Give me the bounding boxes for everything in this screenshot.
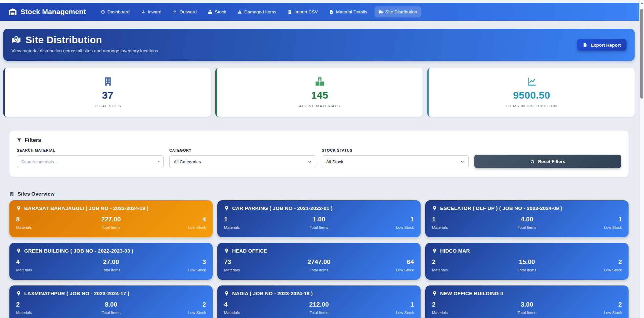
- site-card-hidco-mar[interactable]: HIDCO MAR 2 Materials 15.00 Total Items …: [425, 243, 629, 280]
- stock-status-select[interactable]: All Stock: [322, 155, 469, 168]
- site-materials-count: 2: [432, 301, 495, 308]
- nav-item-import-csv[interactable]: Import CSV: [284, 6, 322, 17]
- stock-status-selected-value: All Stock: [326, 159, 343, 164]
- stat-value: 145: [311, 90, 328, 101]
- site-name: NEW OFFICE BUILDING II: [440, 290, 503, 296]
- nav-item-inward[interactable]: Inward: [137, 6, 166, 17]
- site-total-items: 1.00: [287, 216, 350, 223]
- site-low-stock-label: Low Stock: [351, 225, 414, 229]
- brand[interactable]: Stock Management: [9, 8, 86, 16]
- site-materials-label: Materials: [432, 311, 495, 315]
- site-low-stock: 4: [143, 216, 206, 223]
- site-name: HEAD OFFICE: [232, 248, 267, 254]
- warning-icon: [238, 10, 242, 14]
- clipboard-icon: [329, 10, 334, 14]
- stat-label: TOTAL SITES: [94, 104, 121, 108]
- arrow-down-icon: [141, 10, 145, 14]
- nav-item-stock[interactable]: Stock: [204, 6, 230, 17]
- site-card-nadia-job-no-2023-2024-18[interactable]: NADIA ( JOB NO - 2023-2024-18 ) 4 Materi…: [217, 285, 421, 318]
- site-name: NADIA ( JOB NO - 2023-2024-18 ): [232, 290, 313, 296]
- site-materials-label: Materials: [432, 268, 495, 272]
- site-total-items-label: Total Items: [287, 225, 350, 229]
- summary-stats-row: 37 TOTAL SITES 145 ACTIVE MATERIALS 9500…: [3, 68, 635, 117]
- location-pin-icon: [224, 206, 229, 211]
- category-selected-value: All Categories: [174, 159, 201, 164]
- site-low-stock-label: Low Stock: [559, 311, 622, 315]
- file-import-icon: [288, 10, 292, 14]
- filters-panel: Filters SEARCH MATERIAL CATEGORY All Cat…: [9, 130, 629, 177]
- site-materials-label: Materials: [16, 225, 79, 229]
- stat-label: ITEMS IN DISTRIBUTION: [506, 104, 557, 108]
- site-total-items-label: Total Items: [79, 225, 142, 229]
- site-low-stock-label: Low Stock: [143, 311, 206, 315]
- site-name: GREEN BUILDING ( JOB NO - 2022-2023-03 ): [24, 248, 133, 254]
- site-materials-count: 73: [224, 258, 287, 266]
- category-select[interactable]: All Categories: [169, 155, 316, 168]
- site-card-new-office-building-ii[interactable]: NEW OFFICE BUILDING II 2 Materials 3.00 …: [425, 285, 629, 318]
- site-low-stock: 2: [559, 258, 622, 266]
- export-report-label: Export Report: [591, 42, 621, 47]
- boxes-icon: [208, 10, 212, 14]
- reset-filters-label: Reset Filters: [538, 159, 565, 164]
- map-location-icon: [11, 35, 21, 45]
- site-card-escelator-dlf-up-job-no-2023-2024-09[interactable]: ESCELATOR ( DLF UP ) ( JOB NO - 2023-202…: [425, 200, 629, 237]
- vertical-scrollbar[interactable]: [639, 0, 644, 318]
- site-materials-label: Materials: [224, 268, 287, 272]
- site-name: LAXMINATHPUR ( JOB NO - 2023-2024-17 ): [24, 290, 129, 296]
- nav-item-damaged-items[interactable]: Damaged Items: [233, 6, 280, 17]
- site-card-green-building-job-no-2022-2023-03[interactable]: GREEN BUILDING ( JOB NO - 2022-2023-03 )…: [9, 243, 213, 280]
- site-materials-count: 1: [224, 216, 287, 223]
- site-card-head-office[interactable]: HEAD OFFICE 73 Materials 2747.00 Total I…: [217, 243, 421, 280]
- stat-value: 37: [102, 90, 114, 101]
- site-total-items: 8.00: [79, 301, 142, 308]
- site-materials-count: 2: [432, 258, 495, 266]
- site-materials-label: Materials: [224, 311, 287, 315]
- site-materials-label: Materials: [16, 268, 79, 272]
- export-report-button[interactable]: Export Report: [577, 39, 627, 51]
- search-material-input[interactable]: [17, 155, 164, 168]
- site-materials-label: Materials: [16, 311, 79, 315]
- site-total-items: 27.00: [79, 258, 142, 266]
- site-card-laxminathpur-job-no-2023-2024-17[interactable]: LAXMINATHPUR ( JOB NO - 2023-2024-17 ) 2…: [9, 285, 213, 318]
- stock-status-label: STOCK STATUS: [322, 148, 469, 152]
- site-materials-label: Materials: [432, 225, 495, 229]
- site-low-stock-label: Low Stock: [351, 311, 414, 315]
- brand-title: Stock Management: [20, 8, 86, 16]
- rotate-left-icon: [530, 159, 535, 164]
- chevron-down-icon: [308, 160, 312, 164]
- truck-icon: [379, 10, 383, 14]
- sites-overview-title: Sites Overview: [17, 191, 54, 197]
- page-header-banner: Site Distribution View material distribu…: [3, 29, 635, 61]
- site-total-items-label: Total Items: [495, 225, 558, 229]
- location-pin-icon: [432, 291, 437, 296]
- location-pin-icon: [432, 206, 437, 211]
- reset-filters-button[interactable]: Reset Filters: [474, 155, 621, 168]
- stat-value: 9500.50: [513, 90, 550, 101]
- site-total-items-label: Total Items: [287, 268, 350, 272]
- page-title: Site Distribution: [26, 35, 102, 46]
- scrollbar-up-arrow-icon[interactable]: [641, 2, 643, 4]
- site-low-stock-label: Low Stock: [143, 225, 206, 229]
- browser-tab-fragment: [0, 0, 19, 3]
- site-total-items: 2747.00: [287, 258, 350, 266]
- nav-item-material-details[interactable]: Material Details: [325, 6, 371, 17]
- browser-top-strip: [0, 0, 644, 3]
- building-icon: [103, 76, 113, 87]
- nav-item-outward[interactable]: Outward: [169, 6, 201, 17]
- filter-funnel-icon: [17, 138, 22, 143]
- stat-card-total-sites: 37 TOTAL SITES: [3, 68, 211, 117]
- site-card-barasat-barajaguli-job-no-2023-2024-19[interactable]: BARASAT BARAJAGULI ( JOB NO - 2023-2024-…: [9, 200, 213, 237]
- site-low-stock: 2: [143, 301, 206, 308]
- site-low-stock: 64: [351, 258, 414, 266]
- file-export-icon: [583, 43, 588, 47]
- site-total-items-label: Total Items: [79, 268, 142, 272]
- site-name: ESCELATOR ( DLF UP ) ( JOB NO - 2023-202…: [440, 205, 562, 211]
- search-material-label: SEARCH MATERIAL: [17, 148, 164, 152]
- nav-item-site-distribution[interactable]: Site Distribution: [375, 6, 421, 17]
- location-pin-icon: [224, 248, 229, 253]
- scrollbar-thumb[interactable]: [640, 9, 643, 99]
- site-name: BARASAT BARAJAGULI ( JOB NO - 2023-2024-…: [24, 205, 148, 211]
- nav-item-dashboard[interactable]: Dashboard: [97, 6, 134, 17]
- site-card-car-parking-job-no-2021-2022-01[interactable]: CAR PARKING ( JOB NO - 2021-2022-01 ) 1 …: [217, 200, 421, 237]
- stat-card-active-materials: 145 ACTIVE MATERIALS: [215, 68, 423, 117]
